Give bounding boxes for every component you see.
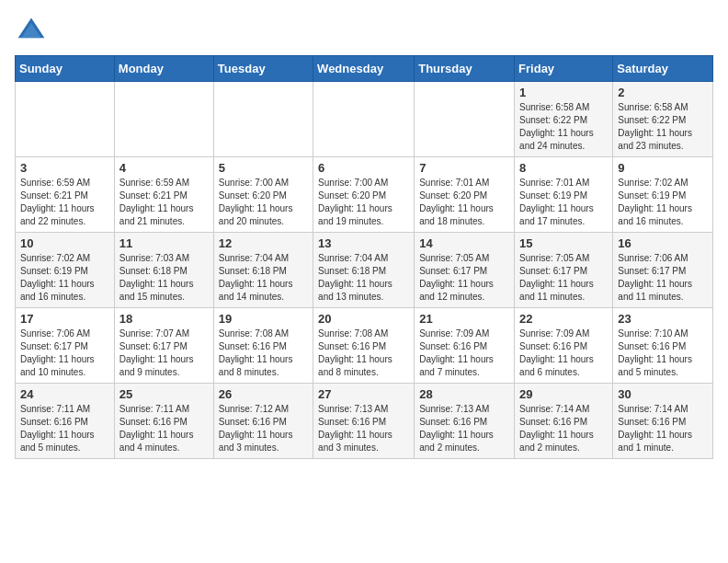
day-number-20: 20 (318, 312, 409, 326)
day-number-6: 6 (318, 161, 409, 175)
day-cell-24: 24Sunrise: 7:11 AM Sunset: 6:16 PM Dayli… (16, 384, 115, 459)
day-cell-10: 10Sunrise: 7:02 AM Sunset: 6:19 PM Dayli… (16, 233, 115, 308)
day-number-7: 7 (419, 161, 509, 175)
day-info-25: Sunrise: 7:11 AM Sunset: 6:16 PM Dayligh… (119, 403, 209, 454)
day-number-22: 22 (519, 312, 608, 326)
day-info-17: Sunrise: 7:06 AM Sunset: 6:17 PM Dayligh… (20, 327, 109, 379)
day-number-9: 9 (618, 161, 708, 175)
day-cell-23: 23Sunrise: 7:10 AM Sunset: 6:16 PM Dayli… (613, 308, 713, 384)
day-info-16: Sunrise: 7:06 AM Sunset: 6:17 PM Dayligh… (618, 252, 708, 304)
day-cell-26: 26Sunrise: 7:12 AM Sunset: 6:16 PM Dayli… (213, 384, 313, 459)
weekday-header-wednesday: Wednesday (313, 56, 415, 82)
day-number-16: 16 (618, 236, 708, 250)
day-info-13: Sunrise: 7:04 AM Sunset: 6:18 PM Dayligh… (318, 252, 409, 304)
day-cell-21: 21Sunrise: 7:09 AM Sunset: 6:16 PM Dayli… (415, 308, 515, 384)
day-info-5: Sunrise: 7:00 AM Sunset: 6:20 PM Dayligh… (219, 177, 308, 228)
day-number-23: 23 (618, 312, 708, 326)
day-cell-9: 9Sunrise: 7:02 AM Sunset: 6:19 PM Daylig… (613, 157, 713, 233)
weekday-header-row: SundayMondayTuesdayWednesdayThursdayFrid… (16, 56, 713, 82)
day-number-21: 21 (419, 312, 509, 326)
day-cell-19: 19Sunrise: 7:08 AM Sunset: 6:16 PM Dayli… (213, 308, 313, 384)
day-number-1: 1 (519, 86, 608, 99)
day-info-29: Sunrise: 7:14 AM Sunset: 6:16 PM Dayligh… (519, 403, 608, 454)
day-cell-13: 13Sunrise: 7:04 AM Sunset: 6:18 PM Dayli… (313, 233, 415, 308)
day-number-30: 30 (618, 387, 708, 401)
empty-cell (415, 82, 515, 157)
day-number-10: 10 (20, 236, 109, 250)
day-cell-3: 3Sunrise: 6:59 AM Sunset: 6:21 PM Daylig… (16, 157, 115, 233)
day-cell-6: 6Sunrise: 7:00 AM Sunset: 6:20 PM Daylig… (313, 157, 415, 233)
day-cell-25: 25Sunrise: 7:11 AM Sunset: 6:16 PM Dayli… (114, 384, 213, 459)
day-info-18: Sunrise: 7:07 AM Sunset: 6:17 PM Dayligh… (119, 327, 209, 379)
weekday-header-sunday: Sunday (16, 56, 115, 82)
day-cell-27: 27Sunrise: 7:13 AM Sunset: 6:16 PM Dayli… (313, 384, 415, 459)
day-info-9: Sunrise: 7:02 AM Sunset: 6:19 PM Dayligh… (618, 177, 708, 228)
empty-cell (16, 82, 115, 157)
day-info-23: Sunrise: 7:10 AM Sunset: 6:16 PM Dayligh… (618, 327, 708, 379)
day-cell-18: 18Sunrise: 7:07 AM Sunset: 6:17 PM Dayli… (114, 308, 213, 384)
day-number-4: 4 (119, 161, 209, 175)
day-cell-15: 15Sunrise: 7:05 AM Sunset: 6:17 PM Dayli… (515, 233, 613, 308)
weekday-header-thursday: Thursday (415, 56, 515, 82)
day-info-27: Sunrise: 7:13 AM Sunset: 6:16 PM Dayligh… (318, 403, 409, 454)
day-info-2: Sunrise: 6:58 AM Sunset: 6:22 PM Dayligh… (618, 101, 708, 153)
day-info-26: Sunrise: 7:12 AM Sunset: 6:16 PM Dayligh… (219, 403, 308, 454)
weekday-header-tuesday: Tuesday (213, 56, 313, 82)
weekday-header-monday: Monday (114, 56, 213, 82)
day-cell-7: 7Sunrise: 7:01 AM Sunset: 6:20 PM Daylig… (415, 157, 515, 233)
logo (15, 15, 51, 48)
calendar-table: SundayMondayTuesdayWednesdayThursdayFrid… (15, 55, 713, 459)
week-row-2: 3Sunrise: 6:59 AM Sunset: 6:21 PM Daylig… (16, 157, 713, 233)
day-cell-14: 14Sunrise: 7:05 AM Sunset: 6:17 PM Dayli… (415, 233, 515, 308)
day-cell-22: 22Sunrise: 7:09 AM Sunset: 6:16 PM Dayli… (515, 308, 613, 384)
page-header (15, 15, 713, 48)
day-info-10: Sunrise: 7:02 AM Sunset: 6:19 PM Dayligh… (20, 252, 109, 304)
day-cell-8: 8Sunrise: 7:01 AM Sunset: 6:19 PM Daylig… (515, 157, 613, 233)
day-number-2: 2 (618, 86, 708, 99)
empty-cell (313, 82, 415, 157)
empty-cell (114, 82, 213, 157)
day-info-15: Sunrise: 7:05 AM Sunset: 6:17 PM Dayligh… (519, 252, 608, 304)
day-cell-20: 20Sunrise: 7:08 AM Sunset: 6:16 PM Dayli… (313, 308, 415, 384)
day-cell-11: 11Sunrise: 7:03 AM Sunset: 6:18 PM Dayli… (114, 233, 213, 308)
day-number-5: 5 (219, 161, 308, 175)
day-cell-1: 1Sunrise: 6:58 AM Sunset: 6:22 PM Daylig… (515, 82, 613, 157)
day-cell-12: 12Sunrise: 7:04 AM Sunset: 6:18 PM Dayli… (213, 233, 313, 308)
day-info-1: Sunrise: 6:58 AM Sunset: 6:22 PM Dayligh… (519, 101, 608, 153)
day-info-21: Sunrise: 7:09 AM Sunset: 6:16 PM Dayligh… (419, 327, 509, 379)
weekday-header-friday: Friday (515, 56, 613, 82)
day-number-26: 26 (219, 387, 308, 401)
day-number-28: 28 (419, 387, 509, 401)
day-cell-29: 29Sunrise: 7:14 AM Sunset: 6:16 PM Dayli… (515, 384, 613, 459)
empty-cell (213, 82, 313, 157)
week-row-3: 10Sunrise: 7:02 AM Sunset: 6:19 PM Dayli… (16, 233, 713, 308)
day-number-27: 27 (318, 387, 409, 401)
week-row-4: 17Sunrise: 7:06 AM Sunset: 6:17 PM Dayli… (16, 308, 713, 384)
day-info-30: Sunrise: 7:14 AM Sunset: 6:16 PM Dayligh… (618, 403, 708, 454)
day-number-11: 11 (119, 236, 209, 250)
day-number-19: 19 (219, 312, 308, 326)
day-number-8: 8 (519, 161, 608, 175)
day-cell-30: 30Sunrise: 7:14 AM Sunset: 6:16 PM Dayli… (613, 384, 713, 459)
logo-icon (15, 15, 48, 48)
day-info-20: Sunrise: 7:08 AM Sunset: 6:16 PM Dayligh… (318, 327, 409, 379)
day-info-11: Sunrise: 7:03 AM Sunset: 6:18 PM Dayligh… (119, 252, 209, 304)
day-number-17: 17 (20, 312, 109, 326)
day-info-12: Sunrise: 7:04 AM Sunset: 6:18 PM Dayligh… (219, 252, 308, 304)
day-number-15: 15 (519, 236, 608, 250)
day-info-4: Sunrise: 6:59 AM Sunset: 6:21 PM Dayligh… (119, 177, 209, 228)
day-number-18: 18 (119, 312, 209, 326)
week-row-5: 24Sunrise: 7:11 AM Sunset: 6:16 PM Dayli… (16, 384, 713, 459)
day-info-28: Sunrise: 7:13 AM Sunset: 6:16 PM Dayligh… (419, 403, 509, 454)
day-info-22: Sunrise: 7:09 AM Sunset: 6:16 PM Dayligh… (519, 327, 608, 379)
day-number-12: 12 (219, 236, 308, 250)
day-number-14: 14 (419, 236, 509, 250)
day-number-29: 29 (519, 387, 608, 401)
day-number-13: 13 (318, 236, 409, 250)
day-info-14: Sunrise: 7:05 AM Sunset: 6:17 PM Dayligh… (419, 252, 509, 304)
day-info-3: Sunrise: 6:59 AM Sunset: 6:21 PM Dayligh… (20, 177, 109, 228)
day-number-25: 25 (119, 387, 209, 401)
day-cell-4: 4Sunrise: 6:59 AM Sunset: 6:21 PM Daylig… (114, 157, 213, 233)
weekday-header-saturday: Saturday (613, 56, 713, 82)
day-cell-2: 2Sunrise: 6:58 AM Sunset: 6:22 PM Daylig… (613, 82, 713, 157)
